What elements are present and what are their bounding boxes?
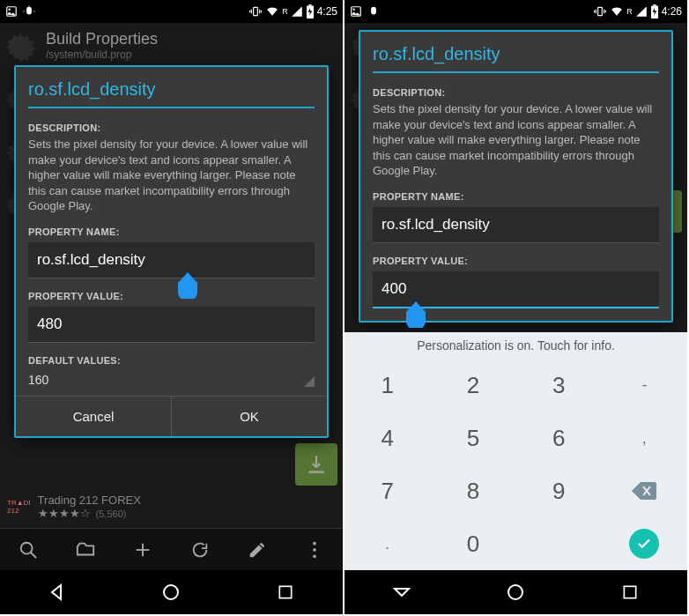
svg-rect-31 — [598, 7, 603, 15]
property-value-input[interactable] — [373, 271, 659, 308]
reload-button[interactable] — [182, 532, 218, 568]
numeric-keyboard: 1 2 3 - 4 5 6 , 7 8 9 . 0 — [344, 359, 687, 570]
bug-icon — [23, 5, 35, 18]
key-enter[interactable] — [602, 517, 687, 570]
key-backspace[interactable] — [602, 464, 687, 517]
key-8[interactable]: 8 — [430, 464, 515, 517]
default-values-label: DEFAULT VALUES: — [16, 350, 327, 369]
svg-point-22 — [313, 541, 316, 545]
backspace-icon — [632, 482, 656, 500]
default-values-text[interactable]: 160 — [16, 369, 327, 396]
add-button[interactable] — [125, 532, 160, 568]
key-comma[interactable]: , — [602, 412, 687, 464]
svg-rect-40 — [624, 586, 635, 597]
check-circle-icon — [629, 529, 659, 559]
open-button[interactable] — [68, 532, 103, 568]
status-bar: R 4:25 — [0, 0, 343, 23]
status-time: 4:25 — [317, 5, 337, 18]
key-5[interactable]: 5 — [430, 412, 515, 464]
property-value-label: PROPERTY VALUE: — [360, 250, 671, 270]
nav-back-button[interactable] — [31, 579, 84, 605]
property-name-label: PROPERTY NAME: — [16, 221, 327, 241]
property-value-label: PROPERTY VALUE: — [16, 286, 327, 305]
key-7[interactable]: 7 — [344, 464, 430, 517]
gear-icon — [4, 30, 39, 65]
key-6[interactable]: 6 — [516, 412, 602, 464]
svg-point-25 — [164, 585, 178, 599]
battery-charging-icon — [650, 4, 659, 19]
key-9[interactable]: 9 — [516, 464, 602, 517]
svg-rect-13 — [308, 4, 311, 6]
vibrate-icon — [248, 5, 263, 18]
description-label: DESCRIPTION: — [360, 82, 671, 101]
image-icon — [5, 5, 18, 18]
signal-icon — [635, 5, 648, 18]
divider — [28, 107, 315, 108]
download-button[interactable] — [295, 443, 337, 486]
svg-rect-30 — [371, 10, 376, 15]
app-title: Build Properties — [46, 30, 334, 48]
property-name-input[interactable] — [28, 242, 315, 278]
key-blank — [516, 517, 602, 570]
signal-icon — [291, 5, 303, 18]
net-badge: R — [626, 7, 633, 16]
svg-point-24 — [313, 554, 316, 558]
key-4[interactable]: 4 — [344, 412, 430, 464]
wifi-icon — [610, 5, 624, 18]
property-value-input[interactable] — [28, 307, 315, 343]
star-icon: ★★★★☆ — [38, 507, 91, 520]
svg-point-1 — [9, 9, 11, 11]
wifi-icon — [265, 5, 279, 18]
dialog-title: ro.sf.lcd_density — [360, 32, 671, 71]
description-text: Sets the pixel density for your device. … — [360, 101, 671, 186]
property-name-input[interactable] — [373, 207, 659, 243]
vibrate-icon — [593, 5, 607, 18]
divider — [373, 71, 659, 73]
nav-recent-button[interactable] — [604, 579, 656, 605]
bug-icon — [367, 5, 380, 18]
edit-property-dialog: ro.sf.lcd_density DESCRIPTION: Sets the … — [14, 65, 329, 438]
svg-point-39 — [508, 585, 522, 599]
dialog-title: ro.sf.lcd_density — [16, 67, 327, 107]
svg-point-18 — [21, 542, 33, 553]
property-name-label: PROPERTY NAME: — [360, 186, 671, 205]
spinner-mark-icon[interactable] — [304, 376, 315, 387]
svg-rect-26 — [279, 586, 291, 597]
nav-back-ime-icon[interactable] — [391, 582, 412, 603]
svg-line-19 — [31, 552, 36, 557]
status-time: 4:26 — [662, 5, 682, 18]
key-0[interactable]: 0 — [430, 517, 515, 570]
overflow-button[interactable] — [297, 532, 332, 568]
ok-button[interactable]: OK — [171, 397, 327, 436]
svg-rect-7 — [254, 7, 258, 15]
keyboard-notice[interactable]: Personalization is on. Touch for info. — [344, 332, 687, 359]
svg-rect-37 — [653, 4, 656, 6]
app-toolbar — [0, 528, 343, 570]
key-2[interactable]: 2 — [430, 359, 515, 412]
key-dot[interactable]: . — [344, 517, 430, 570]
search-button[interactable] — [11, 532, 46, 568]
nav-home-button[interactable] — [144, 579, 197, 605]
nav-home-button[interactable] — [489, 579, 542, 605]
svg-rect-3 — [26, 10, 32, 15]
key-3[interactable]: 3 — [516, 359, 602, 412]
nav-recent-button[interactable] — [259, 579, 312, 605]
description-text: Sets the pixel density for your device. … — [16, 137, 327, 221]
description-label: DESCRIPTION: — [16, 117, 327, 137]
ad-trading[interactable]: TR▲DI212 Trading 212 FOREX ★★★★☆(5,560) — [7, 489, 336, 524]
edit-property-dialog: ro.sf.lcd_density DESCRIPTION: Sets the … — [359, 30, 673, 323]
battery-charging-icon — [306, 4, 315, 19]
app-path: /system/build.prop — [46, 48, 334, 61]
key-1[interactable]: 1 — [344, 359, 430, 412]
cancel-button[interactable]: Cancel — [16, 397, 171, 436]
app-header: Build Properties /system/build.prop — [37, 23, 343, 68]
svg-point-28 — [353, 9, 355, 11]
svg-point-23 — [313, 548, 316, 552]
net-badge: R — [282, 7, 288, 16]
status-bar: R 4:26 — [344, 0, 687, 23]
key-minus[interactable]: - — [602, 359, 687, 412]
edit-button[interactable] — [240, 532, 275, 568]
image-icon — [350, 5, 362, 18]
